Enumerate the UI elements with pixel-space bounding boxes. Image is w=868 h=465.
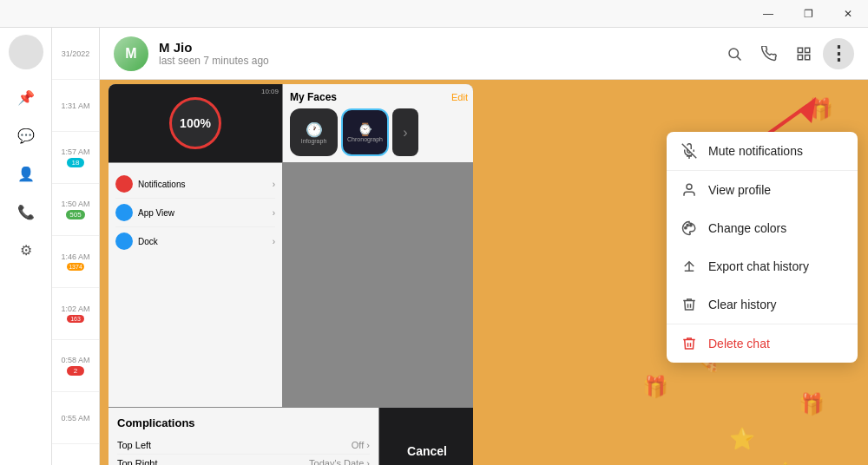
colors-icon	[681, 219, 698, 237]
notifications-cell: Notifications › App View ›	[108, 163, 282, 407]
svg-point-8	[685, 227, 687, 229]
call-button[interactable]	[753, 38, 785, 69]
search-button[interactable]	[719, 38, 750, 69]
menu-item-clear[interactable]: Clear history	[667, 285, 858, 324]
ts-time-7: 0:55 AM	[61, 414, 89, 422]
sidebar-item-settings[interactable]: ⚙	[9, 232, 43, 267]
watch-face-cell: 100% 10:09	[108, 84, 282, 162]
user-avatar	[9, 35, 43, 69]
clear-icon	[681, 296, 698, 313]
export-icon	[681, 258, 698, 275]
my-faces-header: My Faces Edit 🕐 Infograph ⌚ Chronograph	[283, 84, 473, 162]
cancel-btn-1[interactable]: Cancel	[379, 408, 473, 465]
svg-point-10	[690, 225, 692, 226]
delete-icon	[681, 335, 698, 352]
ts-time-4: 1:46 AM	[61, 252, 89, 261]
close-button[interactable]: ✕	[828, 0, 868, 28]
complications-cell: Complications Top LeftOff › Top RightTod…	[108, 408, 378, 465]
deco-gift-1: 🎁	[807, 97, 833, 121]
deco-tree-2: 🎄	[773, 462, 799, 465]
layout-button[interactable]	[788, 38, 819, 69]
sidebar-item-calls[interactable]: 📞	[9, 194, 43, 229]
app-container: 📌 💬 👤 📞 ⚙ 31/2022 1:31 AM 1:57 AM 18 1:5…	[0, 28, 868, 465]
ts-time-5: 1:02 AM	[61, 305, 89, 313]
watch-screenshot: 100% 10:09 My Faces Edit 🕐 Infograph	[108, 84, 473, 465]
chat-name: M Jio	[159, 40, 719, 55]
ts-time-2: 1:57 AM	[61, 147, 89, 156]
ts-badge-6: 2	[67, 366, 84, 376]
svg-line-1	[737, 56, 740, 60]
titlebar: — ❐ ✕	[0, 0, 868, 28]
ts-item-7: 0:55 AM	[52, 392, 99, 444]
ts-time-1: 1:31 AM	[61, 102, 89, 110]
ts-time-6: 0:58 AM	[61, 356, 89, 364]
delete-label: Delete chat	[708, 337, 770, 350]
ts-badge-2: 18	[67, 158, 84, 167]
svg-point-7	[687, 184, 692, 189]
chat-header: M M Jio last seen 7 minutes ago	[100, 28, 868, 80]
minimize-button[interactable]: —	[748, 0, 788, 28]
ts-item-1: 1:31 AM	[52, 80, 99, 132]
mute-icon	[681, 142, 698, 160]
profile-label: View profile	[708, 183, 771, 197]
svg-rect-4	[798, 55, 802, 59]
svg-point-9	[687, 225, 688, 226]
menu-item-mute[interactable]: Mute notifications	[667, 132, 858, 170]
menu-item-export[interactable]: Export chat history	[667, 247, 858, 285]
ts-date-0: 31/2022	[62, 49, 90, 58]
sidebar-item-pin[interactable]: 📌	[9, 80, 43, 115]
maximize-button[interactable]: ❐	[788, 0, 828, 28]
sidebar-item-chat[interactable]: 💬	[9, 118, 43, 153]
profile-icon	[681, 181, 698, 199]
svg-marker-14	[799, 97, 816, 123]
chat-main: M M Jio last seen 7 minutes ago	[100, 28, 868, 465]
clear-label: Clear history	[708, 298, 777, 311]
menu-item-delete[interactable]: Delete chat	[667, 324, 858, 363]
chat-info: M Jio last seen 7 minutes ago	[159, 40, 719, 67]
ts-item-4: 1:46 AM 1374	[52, 236, 99, 288]
ts-badge-5: 163	[67, 315, 84, 323]
more-button[interactable]: ⋮	[823, 38, 854, 69]
menu-item-profile[interactable]: View profile	[667, 171, 858, 209]
mute-label: Mute notifications	[708, 144, 803, 158]
chat-header-actions: ⋮	[719, 38, 854, 69]
ts-time-3: 1:50 AM	[61, 200, 89, 208]
export-label: Export chat history	[708, 259, 809, 273]
ts-badge-4: 1374	[67, 263, 84, 271]
colors-label: Change colors	[708, 221, 786, 235]
deco-star-2: ⭐	[729, 427, 755, 451]
ts-item-5: 1:02 AM 163	[52, 288, 99, 340]
ts-item-2: 1:57 AM 18	[52, 132, 99, 184]
menu-item-colors[interactable]: Change colors	[667, 209, 858, 247]
ts-item-3: 1:50 AM 505	[52, 184, 99, 236]
chat-avatar: M	[114, 36, 148, 71]
timestamp-sidebar: 31/2022 1:31 AM 1:57 AM 18 1:50 AM 505 1…	[52, 28, 100, 465]
chat-status: last seen 7 minutes ago	[159, 55, 719, 67]
ts-item-6: 0:58 AM 2	[52, 340, 99, 392]
sidebar-item-contacts[interactable]: 👤	[9, 156, 43, 191]
deco-candy: 🎁	[642, 375, 668, 399]
ts-badge-3: 505	[66, 210, 84, 219]
dropdown-menu: Mute notifications View profile	[667, 132, 858, 363]
svg-rect-3	[806, 48, 810, 52]
svg-point-0	[729, 49, 739, 58]
chat-body: 🎁 ⭐ 🧤 🏠 🎄 ❄️ 🍕 🎁 ⭐ 🎄 🎀 🎁 100% 10:09	[100, 80, 868, 465]
deco-gift-2: 🎁	[799, 392, 825, 416]
ts-item-0: 31/2022	[52, 28, 99, 80]
sidebar: 📌 💬 👤 📞 ⚙	[0, 28, 52, 465]
svg-rect-5	[806, 55, 810, 59]
svg-rect-2	[798, 48, 802, 52]
